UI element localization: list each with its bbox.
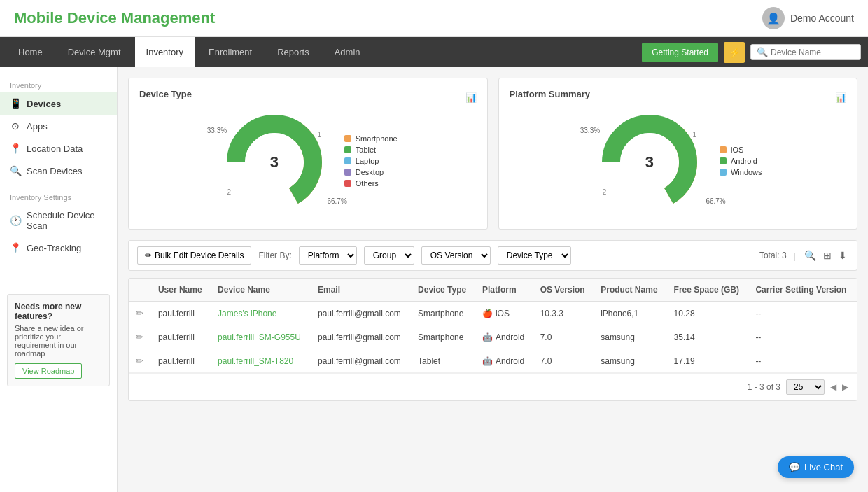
device-type-total: 3 (270, 153, 279, 171)
bulk-edit-label: Bulk Edit Device Details (155, 251, 244, 260)
android2-icon: 🤖 (482, 356, 493, 366)
devices-list: User Name Device Name Email Device Type … (129, 279, 857, 373)
sidebar-settings-label: Inventory Settings (0, 188, 117, 204)
row1-edit-icon[interactable]: ✏ (136, 308, 144, 318)
sidebar-apps-label: Apps (27, 121, 48, 132)
total-label: Total: 3 (760, 251, 787, 260)
row3-devicename[interactable]: paul.ferrill_SM-T820 (218, 356, 293, 366)
sidebar-inventory-label: Inventory (0, 76, 117, 92)
nav-inventory[interactable]: Inventory (135, 37, 195, 67)
legend-label-desktop: Desktop (356, 168, 384, 176)
platform-filter[interactable]: Platform (299, 246, 357, 265)
table-row: ✏ paul.ferrill paul.ferrill_SM-T820 paul… (129, 349, 857, 373)
sidebar-item-schedule[interactable]: 🕐 Schedule Device Scan (0, 204, 117, 237)
sidebar-geo-label: Geo-Tracking (27, 243, 81, 253)
row1-devicename[interactable]: James's iPhone (218, 309, 276, 318)
search-box: 🔍 (750, 44, 861, 60)
legend-dot-ios (720, 146, 727, 153)
user-info: 👤 Demo Account (762, 7, 854, 29)
chart-bar-icon: 📊 (465, 92, 477, 103)
row3-platform: 🤖 Android (475, 349, 533, 373)
device-type-donut: 3 (218, 106, 330, 218)
per-page-select[interactable]: 25 50 100 (786, 379, 825, 395)
getting-started-button[interactable]: Getting Started (642, 43, 718, 62)
nav-actions: Getting Started ⚡ 🔍 (642, 42, 861, 63)
os-version-filter[interactable]: OS Version (421, 246, 491, 265)
sidebar-item-location[interactable]: 📍 Location Data (0, 137, 117, 160)
row2-devicetype: Smartphone (411, 325, 475, 349)
grid-view-button[interactable]: ⊞ (822, 248, 833, 262)
row3-edit-icon[interactable]: ✏ (136, 356, 144, 366)
row2-edit-icon[interactable]: ✏ (136, 332, 144, 342)
location-icon: 📍 (10, 143, 21, 154)
nav-admin[interactable]: Admin (323, 37, 372, 67)
search-input[interactable] (771, 48, 855, 57)
row3-username: paul.ferrill (151, 349, 211, 373)
col-devicetype: Device Type (411, 279, 475, 302)
col-platform: Platform (475, 279, 533, 302)
legend-label-android: Android (731, 157, 757, 165)
view-roadmap-button[interactable]: View Roadmap (15, 363, 82, 379)
bulk-edit-button[interactable]: ✏ Bulk Edit Device Details (137, 246, 251, 265)
row2-devicename[interactable]: paul.ferrill_SM-G955U (218, 332, 301, 342)
col-devicename: Device Name (211, 279, 311, 302)
nav-device-mgmt[interactable]: Device Mgmt (57, 37, 132, 67)
platform-pct-67: 66.7% (706, 197, 725, 205)
user-name: Demo Account (790, 13, 854, 24)
sidebar-devices-label: Devices (27, 99, 61, 109)
next-page[interactable]: ▶ (842, 382, 848, 392)
legend-label-smartphone: Smartphone (356, 134, 398, 143)
sidebar-schedule-label: Schedule Device Scan (27, 210, 107, 231)
platform-num2: 2 (603, 188, 607, 196)
search-tool-button[interactable]: 🔍 (803, 248, 818, 262)
sidebar-item-geotracking[interactable]: 📍 Geo-Tracking (0, 237, 117, 259)
legend-laptop: Laptop (344, 157, 398, 165)
nav-home[interactable]: Home (7, 37, 54, 67)
row3-carrier: -- (748, 349, 857, 373)
pagination-row: 1 - 3 of 3 25 50 100 ◀ ▶ (129, 373, 857, 400)
sidebar-item-devices[interactable]: 📱 Devices (0, 92, 117, 115)
pct-67-label: 66.7% (327, 197, 346, 205)
sidebar: Inventory 📱 Devices ⊙ Apps 📍 Location Da… (0, 67, 118, 492)
row1-freespace: 10.28 (667, 302, 749, 325)
schedule-icon: 🕐 (10, 215, 21, 226)
banner-title: Needs more new features? (15, 302, 102, 321)
legend-dot-desktop (344, 169, 351, 176)
platform-total: 3 (645, 153, 654, 171)
nav-enrollment[interactable]: Enrollment (197, 37, 263, 67)
platform-chart-icon: 📊 (835, 92, 846, 103)
export-button[interactable]: ⬇ (837, 248, 848, 262)
content-area: Device Type 📊 33.3% (118, 67, 868, 492)
device-type-legend: Smartphone Tablet Laptop Desktop (344, 134, 398, 190)
num1: 1 (317, 131, 321, 139)
group-filter[interactable]: Group (364, 246, 414, 265)
sidebar-location-label: Location Data (27, 143, 83, 154)
row3-devicetype: Tablet (411, 349, 475, 373)
row1-email: paul.ferrill@gmail.com (311, 302, 411, 325)
legend-tablet: Tablet (344, 146, 398, 154)
row3-email: paul.ferrill@gmail.com (311, 349, 411, 373)
feature-banner: Needs more new features? Share a new ide… (7, 294, 110, 386)
row1-devicetype: Smartphone (411, 302, 475, 325)
sidebar-item-apps[interactable]: ⊙ Apps (0, 115, 117, 137)
device-type-filter[interactable]: Device Type (498, 246, 571, 265)
live-chat-button[interactable]: 💬 Live Chat (778, 456, 854, 478)
sidebar-item-scan[interactable]: 🔍 Scan Devices (0, 160, 117, 182)
legend-dot-android (720, 157, 727, 164)
nav-bar: Home Device Mgmt Inventory Enrollment Re… (0, 37, 868, 67)
toolbar-separator: | (794, 251, 796, 261)
row2-email: paul.ferrill@gmail.com (311, 325, 411, 349)
legend-others: Others (344, 179, 398, 188)
legend-dot-smartphone (344, 135, 351, 142)
platform-container: 33.3% 3 66.7% 1 2 (510, 106, 847, 218)
lightning-button[interactable]: ⚡ (724, 42, 745, 63)
legend-label-tablet: Tablet (356, 146, 376, 154)
app-title: Mobile Device Management (14, 9, 215, 27)
legend-dot-tablet (344, 146, 351, 153)
row2-freespace: 35.14 (667, 325, 749, 349)
platform-num1: 1 (693, 131, 697, 139)
nav-reports[interactable]: Reports (266, 37, 321, 67)
prev-page[interactable]: ◀ (830, 382, 836, 392)
geo-icon: 📍 (10, 242, 21, 253)
legend-smartphone: Smartphone (344, 134, 398, 143)
